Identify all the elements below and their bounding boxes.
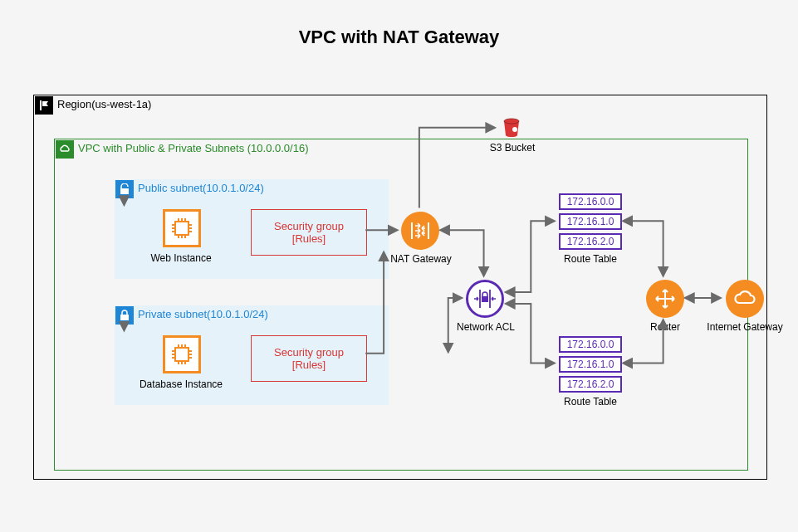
- web-instance-label: Web Instance: [131, 252, 231, 264]
- public-subnet-label: Public subnet(10.0.1.0/24): [138, 182, 264, 194]
- route-ip: 172.16.1.0: [559, 213, 622, 230]
- region-container: Region(us-west-1a) VPC with Public & Pri…: [33, 95, 767, 480]
- private-subnet: Private subnet(10.0.1.0/24) Database Ins…: [115, 305, 389, 405]
- route-table-top-label: Route Table: [541, 253, 640, 265]
- region-icon: [35, 96, 53, 115]
- private-subnet-icon: [115, 306, 134, 325]
- security-group-rules: [Rules]: [292, 232, 326, 245]
- svg-rect-7: [482, 296, 488, 302]
- svg-rect-0: [120, 188, 129, 194]
- router-icon: [646, 280, 684, 318]
- svg-point-6: [512, 127, 517, 132]
- vpc-container: VPC with Public & Private Subnets (10.0.…: [54, 139, 748, 471]
- route-ip: 172.16.2.0: [559, 233, 622, 250]
- private-subnet-label: Private subnet(10.0.1.0/24): [138, 308, 268, 320]
- route-ip: 172.16.1.0: [559, 356, 622, 373]
- route-table-bottom-label: Route Table: [541, 396, 640, 408]
- network-acl-icon: [466, 280, 504, 318]
- svg-rect-3: [175, 348, 188, 361]
- diagram-title: VPC with NAT Gateway: [0, 27, 798, 48]
- svg-rect-2: [120, 315, 129, 320]
- diagram-canvas: VPC with NAT Gateway Region(us-west-1a) …: [0, 0, 798, 532]
- route-ip: 172.16.2.0: [559, 376, 622, 393]
- network-acl-label: Network ACL: [436, 321, 536, 333]
- security-group-private: Security group [Rules]: [251, 335, 367, 382]
- security-group-title: Security group: [274, 346, 344, 359]
- route-ip: 172.16.0.0: [559, 336, 622, 353]
- nat-gateway-icon: [401, 212, 439, 250]
- s3-bucket-icon: [501, 117, 522, 139]
- security-group-public: Security group [Rules]: [251, 209, 367, 256]
- internet-gateway-label: Internet Gateway: [695, 321, 795, 333]
- public-subnet: Public subnet(10.0.1.0/24) Web Instance …: [115, 179, 389, 279]
- internet-gateway-icon: [726, 280, 764, 318]
- db-instance-label: Database Instance: [131, 378, 231, 390]
- db-instance-icon: [163, 335, 201, 373]
- route-ip: 172.16.0.0: [559, 193, 622, 210]
- public-subnet-icon: [115, 180, 134, 198]
- svg-rect-1: [175, 222, 188, 235]
- nat-gateway-label: NAT Gateway: [371, 253, 471, 265]
- security-group-title: Security group: [274, 220, 344, 232]
- s3-bucket-label: S3 Bucket: [463, 142, 562, 154]
- security-group-rules: [Rules]: [292, 359, 326, 371]
- vpc-icon: [56, 140, 74, 159]
- web-instance-icon: [163, 209, 201, 247]
- region-label: Region(us-west-1a): [57, 98, 151, 110]
- vpc-label: VPC with Public & Private Subnets (10.0.…: [78, 142, 308, 154]
